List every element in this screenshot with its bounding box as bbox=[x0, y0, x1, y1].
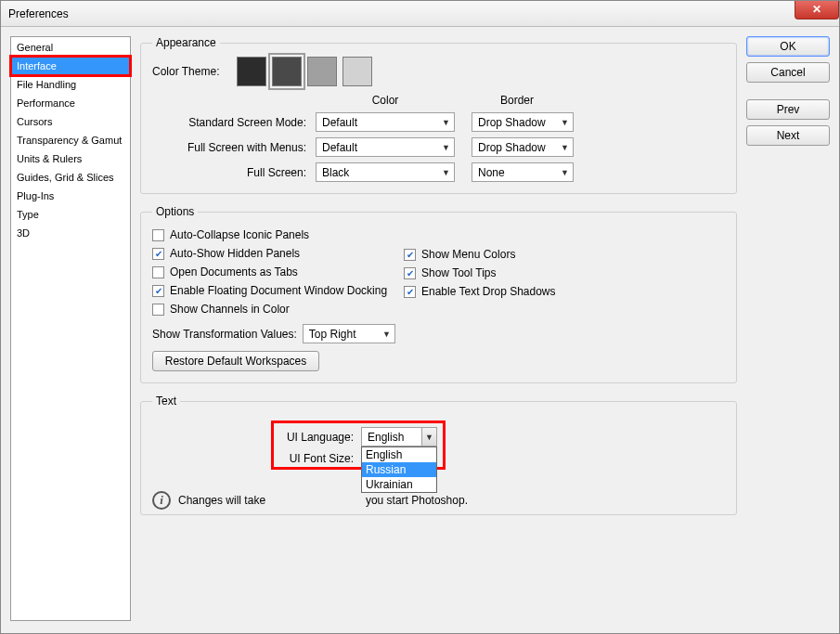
sidebar-item-interface[interactable]: Interface bbox=[11, 57, 130, 75]
sidebar-item-plugins[interactable]: Plug-Ins bbox=[11, 187, 130, 205]
close-icon: ✕ bbox=[812, 3, 821, 16]
info-icon: i bbox=[152, 491, 171, 510]
dropdown-fsmenus-border[interactable]: Drop Shadow▼ bbox=[472, 137, 574, 157]
checkbox-icon: ✔ bbox=[152, 285, 164, 297]
swatch-light[interactable] bbox=[307, 57, 337, 86]
window-title: Preferences bbox=[8, 7, 69, 20]
chk-channels[interactable]: Show Channels in Color bbox=[152, 303, 398, 316]
mode-headers: Color Border bbox=[316, 94, 725, 107]
next-button[interactable]: Next bbox=[746, 125, 830, 146]
chevron-down-icon: ▼ bbox=[561, 168, 569, 177]
label-ui-font-size: UI Font Size: bbox=[279, 452, 361, 465]
sidebar-item-general[interactable]: General bbox=[11, 38, 130, 57]
dropdown-standard-border[interactable]: Drop Shadow▼ bbox=[472, 112, 574, 132]
appearance-group: Appearance Color Theme: Color Border St bbox=[140, 36, 737, 194]
chk-autoshow[interactable]: ✔Auto-Show Hidden Panels bbox=[152, 247, 398, 260]
swatch-dark[interactable] bbox=[272, 57, 302, 86]
sidebar-item-type[interactable]: Type bbox=[11, 205, 130, 224]
checkbox-icon bbox=[152, 229, 164, 241]
checkbox-icon: ✔ bbox=[404, 267, 416, 279]
checkbox-icon bbox=[152, 266, 164, 278]
chevron-down-icon: ▼ bbox=[421, 428, 436, 446]
label-fullscreen-menus: Full Screen with Menus: bbox=[152, 141, 310, 154]
sidebar-item-transparency[interactable]: Transparency & Gamut bbox=[11, 131, 130, 149]
label-fullscreen: Full Screen: bbox=[152, 166, 310, 179]
sidebar-item-3d[interactable]: 3D bbox=[11, 224, 130, 242]
header-color: Color bbox=[316, 94, 455, 107]
lang-option-russian[interactable]: Russian bbox=[362, 462, 436, 477]
info-text: Changes will take effect the next time y… bbox=[178, 494, 468, 507]
sidebar-item-cursors[interactable]: Cursors bbox=[11, 112, 130, 131]
appearance-legend: Appearance bbox=[152, 36, 220, 49]
lang-option-english[interactable]: English bbox=[362, 447, 436, 462]
label-transformation: Show Transformation Values: bbox=[152, 328, 297, 341]
close-button[interactable]: ✕ bbox=[795, 1, 839, 19]
language-listbox: English Russian Ukrainian bbox=[361, 446, 437, 493]
dropdown-ui-language[interactable]: English ▼ bbox=[361, 427, 437, 446]
sidebar-item-performance[interactable]: Performance bbox=[11, 94, 130, 112]
chk-tooltips[interactable]: ✔Show Tool Tips bbox=[404, 266, 556, 279]
sidebar-item-guides[interactable]: Guides, Grid & Slices bbox=[11, 168, 130, 187]
chevron-down-icon: ▼ bbox=[382, 330, 391, 339]
chk-autocollapse[interactable]: Auto-Collapse Iconic Panels bbox=[152, 228, 398, 241]
text-group: Text UI Language: English ▼ English Russ… bbox=[140, 395, 737, 515]
ok-button[interactable]: OK bbox=[746, 36, 830, 57]
checkbox-icon bbox=[152, 304, 164, 316]
chk-opentabs[interactable]: Open Documents as Tabs bbox=[152, 265, 398, 278]
chk-menucolors[interactable]: ✔Show Menu Colors bbox=[404, 248, 556, 261]
header-border: Border bbox=[466, 94, 568, 107]
category-sidebar: General Interface File Handling Performa… bbox=[10, 36, 131, 621]
color-theme-swatches bbox=[237, 57, 372, 86]
lang-option-ukrainian[interactable]: Ukrainian bbox=[362, 477, 436, 492]
checkbox-icon: ✔ bbox=[404, 286, 416, 298]
label-standard-screen: Standard Screen Mode: bbox=[152, 116, 310, 129]
options-group: Options Auto-Collapse Iconic Panels ✔Aut… bbox=[140, 205, 737, 383]
dropdown-fullscreen-color[interactable]: Black▼ bbox=[316, 162, 455, 182]
dropdown-transformation[interactable]: Top Right▼ bbox=[303, 324, 395, 343]
main-panel: Appearance Color Theme: Color Border St bbox=[140, 36, 737, 624]
highlight-language: UI Language: English ▼ English Russian U… bbox=[271, 421, 446, 470]
dropdown-fsmenus-color[interactable]: Default▼ bbox=[316, 137, 455, 157]
chevron-down-icon: ▼ bbox=[442, 118, 450, 127]
label-ui-language: UI Language: bbox=[279, 431, 361, 444]
titlebar: Preferences ✕ bbox=[1, 1, 839, 27]
chevron-down-icon: ▼ bbox=[442, 143, 450, 152]
chevron-down-icon: ▼ bbox=[561, 118, 569, 127]
cancel-button[interactable]: Cancel bbox=[746, 62, 830, 83]
chk-floating[interactable]: ✔Enable Floating Document Window Docking bbox=[152, 284, 398, 297]
dropdown-standard-color[interactable]: Default▼ bbox=[316, 112, 455, 132]
checkbox-icon: ✔ bbox=[152, 248, 164, 260]
chk-dropshadows[interactable]: ✔Enable Text Drop Shadows bbox=[404, 285, 556, 298]
swatch-lightest[interactable] bbox=[342, 57, 372, 86]
color-theme-label: Color Theme: bbox=[152, 65, 231, 78]
sidebar-item-units[interactable]: Units & Rulers bbox=[11, 149, 130, 168]
sidebar-item-filehandling[interactable]: File Handling bbox=[11, 75, 130, 94]
options-legend: Options bbox=[152, 205, 198, 218]
chevron-down-icon: ▼ bbox=[442, 168, 450, 177]
prev-button[interactable]: Prev bbox=[746, 99, 830, 120]
text-legend: Text bbox=[152, 395, 180, 408]
dropdown-fullscreen-border[interactable]: None▼ bbox=[472, 162, 574, 182]
dialog-buttons: OK Cancel Prev Next bbox=[746, 36, 830, 624]
highlight-interface: Interface bbox=[11, 57, 130, 75]
chevron-down-icon: ▼ bbox=[561, 143, 569, 152]
swatch-darkest[interactable] bbox=[237, 57, 266, 86]
checkbox-icon: ✔ bbox=[404, 249, 416, 261]
restore-workspaces-button[interactable]: Restore Default Workspaces bbox=[152, 351, 319, 371]
content-area: General Interface File Handling Performa… bbox=[1, 27, 839, 633]
preferences-window: Preferences ✕ General Interface File Han… bbox=[0, 0, 840, 634]
